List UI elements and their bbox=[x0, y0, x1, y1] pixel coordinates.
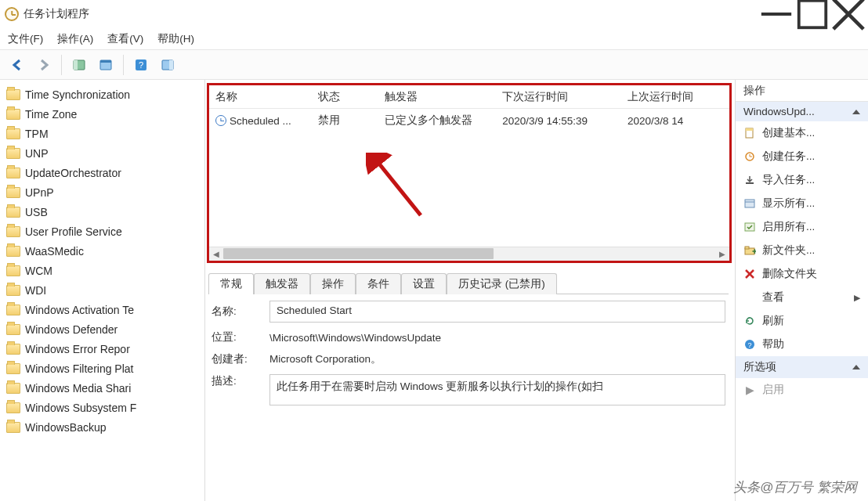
action-item[interactable]: 创建基本... bbox=[736, 121, 868, 145]
action-item[interactable]: ?帮助 bbox=[736, 333, 868, 356]
menu-file[interactable]: 文件(F) bbox=[8, 32, 43, 46]
actions-section-title-text: WindowsUpd... bbox=[743, 106, 815, 117]
tree-item[interactable]: Windows Activation Te bbox=[5, 300, 201, 319]
action-item[interactable]: 导入任务... bbox=[736, 168, 868, 192]
task-list-header: 名称 状态 触发器 下次运行时间 上次运行时间 bbox=[209, 85, 729, 109]
pane-icon bbox=[161, 58, 175, 72]
tree-item[interactable]: Time Zone bbox=[5, 104, 201, 124]
action-item-label: 新文件夹... bbox=[762, 243, 815, 258]
action-item[interactable]: 查看▶ bbox=[736, 286, 868, 309]
scroll-track[interactable] bbox=[223, 247, 715, 261]
col-header-name[interactable]: 名称 bbox=[215, 90, 318, 104]
minimize-button[interactable] bbox=[758, 0, 794, 28]
tab-settings[interactable]: 设置 bbox=[401, 273, 447, 294]
menu-bar: 文件(F) 操作(A) 查看(V) 帮助(H) bbox=[0, 28, 868, 50]
action-item-label: 导入任务... bbox=[762, 173, 815, 187]
field-location-label: 位置: bbox=[212, 330, 266, 344]
folder-icon bbox=[6, 148, 20, 159]
title-bar: 任务计划程序 bbox=[0, 0, 868, 28]
window-icon bbox=[99, 58, 113, 72]
action-item[interactable]: ✚新文件夹... bbox=[736, 239, 868, 262]
tree-item[interactable]: TPM bbox=[5, 124, 201, 143]
minimize-icon bbox=[758, 0, 794, 32]
clock-app-icon bbox=[5, 7, 19, 21]
refresh-icon bbox=[743, 315, 756, 327]
tree-item[interactable]: WCM bbox=[5, 261, 201, 280]
center-pane: 名称 状态 触发器 下次运行时间 上次运行时间 Scheduled ... 禁用… bbox=[205, 80, 735, 501]
field-location-value: \Microsoft\Windows\WindowsUpdate bbox=[269, 332, 441, 344]
action-item-label: 创建基本... bbox=[762, 126, 815, 140]
actions-header: 操作 bbox=[736, 80, 868, 102]
chevron-up-icon bbox=[852, 365, 860, 369]
toolbar-button-4[interactable] bbox=[157, 54, 179, 76]
tab-general[interactable]: 常规 bbox=[208, 273, 254, 294]
scroll-right-button[interactable]: ▶ bbox=[715, 247, 729, 261]
field-name-value[interactable]: Scheduled Start bbox=[269, 301, 725, 323]
toolbar-button-2[interactable] bbox=[95, 54, 117, 76]
action-item[interactable]: 刷新 bbox=[736, 309, 868, 333]
action-item[interactable]: 删除文件夹 bbox=[736, 262, 868, 286]
task-row[interactable]: Scheduled ... 禁用 已定义多个触发器 2020/3/9 14:55… bbox=[209, 109, 729, 132]
tree-item[interactable]: Windows Media Shari bbox=[5, 378, 201, 398]
tree-item[interactable]: WDI bbox=[5, 280, 201, 300]
action-item[interactable]: 显示所有... bbox=[736, 192, 868, 215]
action-enable-selected[interactable]: ▶ 启用 bbox=[736, 378, 868, 402]
folder-icon bbox=[6, 187, 20, 198]
tab-actions[interactable]: 操作 bbox=[310, 273, 356, 294]
tree-item-label: Windows Subsystem F bbox=[25, 402, 136, 414]
tree-item[interactable]: Windows Filtering Plat bbox=[5, 359, 201, 378]
arrow-right-icon bbox=[37, 58, 51, 72]
tree-item[interactable]: USB bbox=[5, 202, 201, 222]
nav-back-button[interactable] bbox=[6, 54, 28, 76]
field-description-value[interactable]: 此任务用于在需要时启动 Windows 更新服务以执行计划的操作(如扫 bbox=[269, 374, 725, 405]
folder-icon bbox=[6, 226, 20, 237]
tree-item[interactable]: Windows Defender bbox=[5, 319, 201, 339]
action-item[interactable]: 创建任务... bbox=[736, 145, 868, 168]
col-header-next-run[interactable]: 下次运行时间 bbox=[502, 90, 627, 104]
showall-icon bbox=[743, 197, 756, 210]
tree-item-label: UNP bbox=[25, 147, 49, 160]
field-location-row: 位置: \Microsoft\Windows\WindowsUpdate bbox=[208, 329, 729, 346]
tree-item[interactable]: UPnP bbox=[5, 182, 201, 202]
actions-pane: 操作 WindowsUpd... 创建基本...创建任务...导入任务...显示… bbox=[735, 80, 868, 501]
field-name-row: 名称: Scheduled Start bbox=[208, 299, 729, 324]
tree-pane[interactable]: Time SynchronizationTime ZoneTPMUNPUpdat… bbox=[0, 80, 205, 501]
menu-action[interactable]: 操作(A) bbox=[57, 32, 93, 46]
actions-section-selected[interactable]: 所选项 bbox=[736, 356, 868, 378]
tree-item[interactable]: Windows Error Repor bbox=[5, 339, 201, 359]
scroll-left-button[interactable]: ◀ bbox=[209, 247, 223, 261]
tree-item[interactable]: UpdateOrchestrator bbox=[5, 163, 201, 182]
col-header-last-run[interactable]: 上次运行时间 bbox=[627, 90, 723, 104]
col-header-status[interactable]: 状态 bbox=[318, 90, 385, 104]
action-item[interactable]: 启用所有... bbox=[736, 215, 868, 239]
folder-icon bbox=[6, 207, 20, 218]
nav-forward-button[interactable] bbox=[33, 54, 55, 76]
task-last-run-cell: 2020/3/8 14 bbox=[627, 115, 723, 127]
close-button[interactable] bbox=[830, 0, 866, 28]
tree-item[interactable]: UNP bbox=[5, 143, 201, 163]
horizontal-scrollbar[interactable]: ◀ ▶ bbox=[209, 247, 729, 261]
tab-conditions[interactable]: 条件 bbox=[356, 273, 401, 294]
import-icon bbox=[743, 174, 756, 186]
actions-section-windowsupdate[interactable]: WindowsUpd... bbox=[736, 102, 868, 121]
tree-item[interactable]: Windows Subsystem F bbox=[5, 398, 201, 417]
tree-item[interactable]: User Profile Service bbox=[5, 222, 201, 241]
svg-rect-18 bbox=[746, 182, 754, 184]
tree-item[interactable]: WindowsBackup bbox=[5, 417, 201, 437]
scroll-thumb[interactable] bbox=[223, 248, 494, 259]
tab-history[interactable]: 历史记录 (已禁用) bbox=[447, 273, 557, 294]
col-header-triggers[interactable]: 触发器 bbox=[385, 90, 502, 104]
tab-triggers[interactable]: 触发器 bbox=[254, 273, 310, 294]
menu-view[interactable]: 查看(V) bbox=[107, 32, 143, 46]
tree-item[interactable]: WaaSMedic bbox=[5, 241, 201, 261]
actions-section-selected-text: 所选项 bbox=[743, 360, 776, 374]
tree-item-label: WaaSMedic bbox=[25, 245, 84, 258]
menu-help[interactable]: 帮助(H) bbox=[157, 32, 194, 46]
toolbar-button-1[interactable] bbox=[68, 54, 90, 76]
maximize-button[interactable] bbox=[794, 0, 830, 28]
help-icon: ? bbox=[743, 338, 756, 351]
svg-rect-5 bbox=[74, 60, 78, 70]
toolbar-help-button[interactable]: ? bbox=[130, 54, 152, 76]
tree-item[interactable]: Time Synchronization bbox=[5, 85, 201, 104]
field-name-label: 名称: bbox=[212, 305, 266, 319]
